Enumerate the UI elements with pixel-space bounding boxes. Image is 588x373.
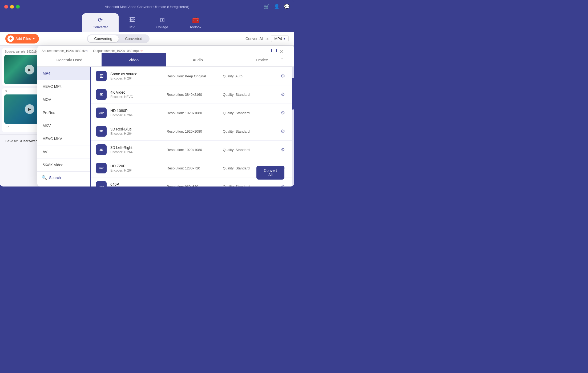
preset-info: 640P Encoder: H.264 xyxy=(110,182,163,187)
search-label: Search xyxy=(49,176,61,180)
popup-tab-bar: Recently Used Video Audio Device xyxy=(37,53,294,67)
preset-icon-4k: 4K xyxy=(96,89,107,100)
converted-tab[interactable]: Converted xyxy=(119,35,149,42)
preset-name: 3D Red-Blue xyxy=(110,127,163,131)
tab-collage[interactable]: ⊞ Collage xyxy=(146,13,179,32)
toolbox-icon: 🧰 xyxy=(192,17,199,23)
add-files-label: Add Files xyxy=(15,37,31,41)
preset-same-as-source[interactable]: ⊡ Same as source Encoder: H.264 Resoluti… xyxy=(91,67,292,85)
format-item-mov[interactable]: MOV xyxy=(37,93,90,106)
format-item-prores[interactable]: ProRes xyxy=(37,106,90,119)
preset-3d-red-blue[interactable]: 3D 3D Red-Blue Encoder: H.264 Resolution… xyxy=(91,122,292,141)
maximize-button[interactable] xyxy=(16,5,20,9)
title-bar-actions: 🛒 👤 💬 xyxy=(264,4,290,10)
action-bar: + Add Files ▾ Converting Converted Conve… xyxy=(0,32,294,46)
tab-toolbox-label: Toolbox xyxy=(190,25,202,29)
close-button[interactable] xyxy=(4,5,8,9)
tab-video[interactable]: Video xyxy=(102,53,166,66)
preset-3d-left-right[interactable]: 3D 3D Left-Right Encoder: H.264 Resoluti… xyxy=(91,141,292,159)
preset-name: 3D Left-Right xyxy=(110,145,163,150)
tab-converter-label: Converter xyxy=(93,25,108,29)
info-action-icon[interactable]: ℹ xyxy=(271,48,272,53)
scrollbar-thumb[interactable] xyxy=(292,78,294,110)
preset-settings-button[interactable]: ⚙ xyxy=(279,91,287,98)
preset-resolution: Resolution: 1280x720 xyxy=(167,166,219,170)
tab-audio[interactable]: Audio xyxy=(166,53,230,66)
preset-icon-640p: 640P xyxy=(96,181,107,187)
preset-name: HD 720P xyxy=(110,164,163,168)
tab-converter[interactable]: ⟳ Converter xyxy=(82,13,119,32)
preset-encoder: Encoder: H.264 xyxy=(110,169,163,172)
preset-name: Same as source xyxy=(110,72,163,76)
preset-encoder: Encoder: H.264 xyxy=(110,150,163,154)
convert-format-selector[interactable]: MP4 ▾ xyxy=(271,35,289,42)
converter-icon: ⟳ xyxy=(98,17,103,23)
source-label: S... xyxy=(5,90,9,93)
tab-mv-label: MV xyxy=(130,25,135,29)
preset-icon-1080p: 1080P xyxy=(96,108,107,118)
add-files-dropdown-icon[interactable]: ▾ xyxy=(33,37,35,41)
preset-encoder: Encoder: H.264 xyxy=(110,132,163,136)
preset-info: HD 1080P Encoder: H.264 xyxy=(110,109,163,117)
tab-mv[interactable]: 🖼 MV xyxy=(119,13,146,32)
format-item-hevc-mp4[interactable]: HEVC MP4 xyxy=(37,80,90,93)
format-item-hevc-mkv[interactable]: HEVC MKV xyxy=(37,132,90,145)
settings-action-icon[interactable]: ⬆ xyxy=(275,48,278,53)
search-icon: 🔍 xyxy=(42,175,47,180)
play-button[interactable]: ▶ xyxy=(25,65,34,74)
format-dropdown-arrow: ▾ xyxy=(284,37,285,41)
format-item-avi[interactable]: AVI xyxy=(37,145,90,158)
main-nav: ⟳ Converter 🖼 MV ⊞ Collage 🧰 Toolbox xyxy=(0,13,294,32)
preset-resolution: Resolution: 1920x1080 xyxy=(167,129,219,133)
preset-settings-button[interactable]: ⚙ xyxy=(279,146,287,153)
preset-info: 3D Left-Right Encoder: H.264 xyxy=(110,145,163,154)
preset-quality: Quality: Standard xyxy=(223,185,275,187)
account-icon[interactable]: 👤 xyxy=(274,4,280,10)
convert-format-value: MP4 xyxy=(274,37,282,41)
preset-encoder: Encoder: H.264 xyxy=(110,113,163,117)
format-popup: ✕ ⌄ Source: sample_1920x1080.flv ℹ Outpu… xyxy=(37,46,294,187)
mode-switcher: Converting Converted xyxy=(87,34,149,43)
preset-resolution: Resolution: Keep Original xyxy=(167,74,219,78)
chat-icon[interactable]: 💬 xyxy=(284,4,290,10)
converting-tab[interactable]: Converting xyxy=(88,35,119,42)
minimize-button[interactable] xyxy=(10,5,14,9)
preset-name: 4K Video xyxy=(110,90,163,94)
format-item-mkv[interactable]: MKV xyxy=(37,119,90,132)
main-content: + Add Files ▾ Converting Converted Conve… xyxy=(0,32,294,187)
preset-quality: Quality: Auto xyxy=(223,74,275,78)
preset-hd1080p[interactable]: 1080P HD 1080P Encoder: H.264 Resolution… xyxy=(91,104,292,122)
add-files-button[interactable]: + Add Files ▾ xyxy=(5,34,39,43)
tab-device[interactable]: Device xyxy=(230,53,294,66)
popup-close-button[interactable]: ✕ xyxy=(279,49,283,55)
cart-icon[interactable]: 🛒 xyxy=(264,4,269,10)
convert-all-button[interactable]: Convert All xyxy=(256,166,284,180)
preset-encoder: Encoder: HEVC xyxy=(110,95,163,99)
format-item-5k8k[interactable]: 5K/8K Video xyxy=(37,158,90,172)
title-bar: Aiseesoft Mac Video Converter Ultimate (… xyxy=(0,0,294,13)
convert-all-section: Convert All to: MP4 ▾ xyxy=(245,35,289,42)
preset-settings-button[interactable]: ⚙ xyxy=(279,128,287,135)
preset-settings-button[interactable]: ⚙ xyxy=(279,183,287,187)
preset-encoder: Encoder: H.264 xyxy=(110,77,163,80)
popup-chevron-icon[interactable]: ⌄ xyxy=(280,56,283,60)
preset-quality: Quality: Standard xyxy=(223,111,275,115)
collage-icon: ⊞ xyxy=(160,17,165,23)
preset-name: 640P xyxy=(110,182,163,187)
preset-settings-button[interactable]: ⚙ xyxy=(279,109,287,117)
play-button[interactable]: ▶ xyxy=(25,104,34,114)
preset-4k[interactable]: 4K 4K Video Encoder: HEVC Resolution: 38… xyxy=(91,85,292,104)
scrollbar[interactable] xyxy=(292,67,294,187)
output-info-text: Output: sample_1920x1080.mp4 ✏ xyxy=(93,49,143,53)
tab-recently-used[interactable]: Recently Used xyxy=(37,53,102,66)
preset-settings-button[interactable]: ⚙ xyxy=(279,72,287,80)
search-row[interactable]: 🔍 Search xyxy=(37,172,90,183)
output-label: R... xyxy=(6,125,11,129)
format-item-mp4[interactable]: MP4 xyxy=(37,67,90,80)
tab-collage-label: Collage xyxy=(156,25,168,29)
tab-toolbox[interactable]: 🧰 Toolbox xyxy=(179,13,212,32)
preset-quality: Quality: Standard xyxy=(223,148,275,152)
preset-icon-720p: 720P xyxy=(96,163,107,173)
preset-resolution: Resolution: 960x640 xyxy=(167,185,219,187)
preset-icon-3d: 3D xyxy=(96,126,107,137)
